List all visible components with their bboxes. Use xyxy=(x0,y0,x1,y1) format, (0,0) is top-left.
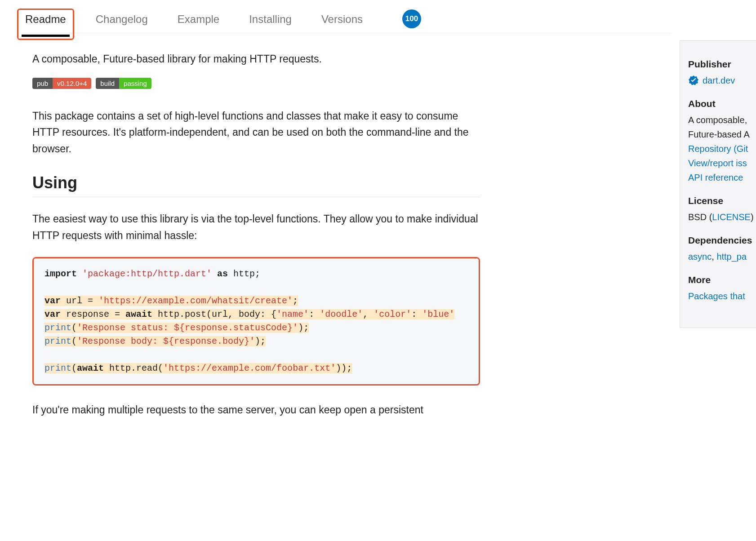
code-text: http; xyxy=(228,269,260,279)
code-keyword: await xyxy=(125,309,152,319)
about-text-line2: Future-based A xyxy=(688,127,756,142)
code-keyword: var xyxy=(44,296,61,306)
code-string: 'https://example.com/whatsit/create' xyxy=(98,296,293,306)
code-keyword: import xyxy=(44,269,77,279)
code-text: url = xyxy=(61,296,98,306)
usage-description: The easiest way to use this library is v… xyxy=(32,211,480,244)
api-reference-link[interactable]: API reference xyxy=(688,173,743,182)
tab-example[interactable]: Example xyxy=(174,4,223,34)
using-heading: Using xyxy=(32,173,480,197)
code-function: print xyxy=(44,363,71,373)
code-string: 'package:http/http.dart' xyxy=(82,269,212,279)
code-text: ); xyxy=(255,336,266,346)
build-badge-value: passing xyxy=(119,78,151,89)
readme-content: A composable, Future-based library for m… xyxy=(22,33,489,427)
tab-changelog[interactable]: Changelog xyxy=(92,4,151,34)
code-string: 'name' xyxy=(276,309,309,319)
code-function: print xyxy=(44,336,71,346)
code-text: )); xyxy=(336,363,352,373)
build-badge[interactable]: build passing xyxy=(96,78,151,89)
packages-that-link[interactable]: Packages that xyxy=(688,291,745,301)
code-block: import 'package:http/http.dart' as http;… xyxy=(34,258,479,384)
code-text: http.post(url, body: { xyxy=(152,309,276,319)
dependency-http-parser[interactable]: http_pa xyxy=(716,252,747,262)
pub-badge-value: v0.12.0+4 xyxy=(53,78,91,89)
more-section: More Packages that xyxy=(688,275,756,303)
code-string: 'color' xyxy=(374,309,411,319)
code-text: http.read( xyxy=(104,363,163,373)
about-heading: About xyxy=(688,98,756,109)
dependencies-section: Dependencies async, http_pa xyxy=(688,235,756,264)
code-function: print xyxy=(44,323,71,333)
tab-readme[interactable]: Readme xyxy=(22,4,70,34)
code-string: 'blue' xyxy=(422,309,454,319)
code-keyword: as xyxy=(217,269,228,279)
code-text: ( xyxy=(71,363,77,373)
pub-badge[interactable]: pub v0.12.0+4 xyxy=(32,78,91,89)
code-keyword: await xyxy=(77,363,104,373)
tabs-bar: Readme Changelog Example Installing Vers… xyxy=(22,0,671,33)
badges-row: pub v0.12.0+4 build passing xyxy=(32,78,480,89)
repository-link[interactable]: Repository (Git xyxy=(688,144,748,154)
tab-installing[interactable]: Installing xyxy=(245,4,295,34)
description-text: This package contains a set of high-leve… xyxy=(32,108,480,157)
code-text: , xyxy=(363,309,374,319)
license-suffix: ) xyxy=(751,212,754,222)
code-text: ; xyxy=(293,296,298,306)
code-string: 'Response body: ${response.body}' xyxy=(77,336,255,346)
publisher-section: Publisher dart.dev xyxy=(688,59,756,88)
intro-text: A composable, Future-based library for m… xyxy=(32,51,480,67)
code-text: ( xyxy=(71,323,77,333)
code-string: 'doodle' xyxy=(320,309,363,319)
code-text: : xyxy=(309,309,320,319)
license-prefix: BSD ( xyxy=(688,212,712,222)
license-heading: License xyxy=(688,195,756,206)
code-string: 'https://example.com/foobar.txt' xyxy=(163,363,336,373)
code-block-highlight: import 'package:http/http.dart' as http;… xyxy=(32,257,480,386)
code-string: 'Response status: ${response.statusCode}… xyxy=(77,323,298,333)
about-section: About A composable, Future-based A Repos… xyxy=(688,98,756,185)
publisher-heading: Publisher xyxy=(688,59,756,70)
code-text: ); xyxy=(298,323,309,333)
verified-icon xyxy=(688,75,699,86)
code-text: response = xyxy=(61,309,125,319)
score-badge[interactable]: 100 xyxy=(402,9,421,28)
tab-versions[interactable]: Versions xyxy=(318,4,366,34)
more-heading: More xyxy=(688,275,756,285)
after-code-text: If you're making multiple requests to th… xyxy=(32,402,480,418)
license-section: License BSD (LICENSE) xyxy=(688,195,756,224)
license-link[interactable]: LICENSE xyxy=(712,212,751,222)
publisher-link[interactable]: dart.dev xyxy=(703,73,735,88)
dep-separator: , xyxy=(712,252,716,262)
tab-readme-label: Readme xyxy=(25,13,66,25)
about-text-line1: A composable, xyxy=(688,113,756,127)
code-keyword: var xyxy=(44,309,61,319)
pub-badge-label: pub xyxy=(32,78,53,89)
dependencies-heading: Dependencies xyxy=(688,235,756,246)
issues-link[interactable]: View/report iss xyxy=(688,158,747,168)
dependency-async[interactable]: async xyxy=(688,252,712,262)
sidebar: Publisher dart.dev About A composable, F… xyxy=(680,40,756,328)
build-badge-label: build xyxy=(96,78,119,89)
code-text: : xyxy=(411,309,422,319)
code-text: ( xyxy=(71,336,77,346)
